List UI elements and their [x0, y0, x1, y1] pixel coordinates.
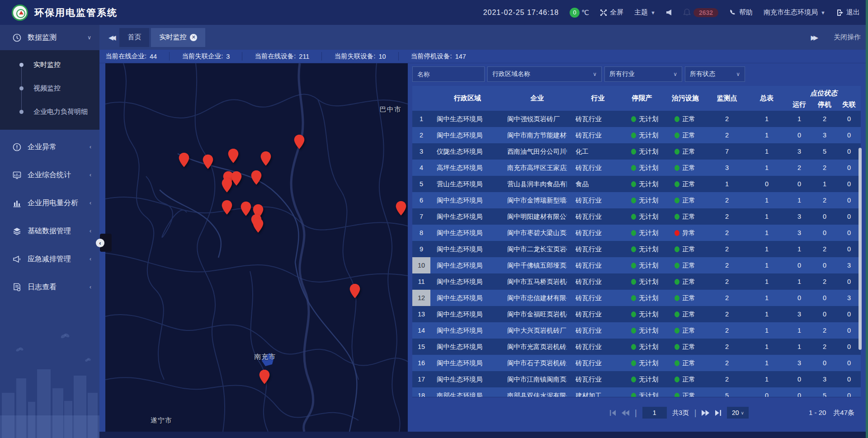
fullscreen-button[interactable]: 全屏 [600, 8, 623, 17]
app-title: 环保用电监管系统 [34, 6, 118, 19]
logout-button[interactable]: 退出 [836, 8, 860, 17]
sidebar-item-video-monitor[interactable]: 视频监控 [0, 76, 99, 100]
range-label: 1 - 20 [809, 409, 826, 417]
table-row[interactable]: 17阆中生态环境局阆中市江南镇阆南页岩砖瓦行业无计划正常21030 [412, 371, 861, 387]
table-row[interactable]: 7阆中生态环境局阆中明阳建材有限公司砖瓦行业无计划正常21300 [412, 208, 861, 225]
map[interactable]: 巴中市南充市遂宁市 [105, 63, 408, 432]
cell-treatment-status: 正常 [664, 371, 707, 387]
page-prev-button[interactable] [622, 410, 629, 416]
table-row[interactable]: 10阆中生态环境局阆中千佛镇五郎垭页岩砖瓦行业无计划正常21003 [412, 257, 861, 273]
sidebar-group-enterprise-stats[interactable]: 企业综合统计 ‹ [0, 162, 99, 188]
tab-home[interactable]: 首页 [119, 28, 149, 47]
cell-total-meter: 0 [747, 176, 787, 192]
cell-region: 阆中生态环境局 [430, 192, 498, 208]
cell-monitor-points: 2 [707, 241, 747, 257]
map-pin[interactable] [259, 370, 270, 384]
help-label: 帮助 [739, 8, 753, 17]
notifications[interactable]: 2632 [683, 8, 718, 17]
cell-lost: 0 [837, 127, 861, 143]
cell-stop-limit-status: 无计划 [620, 387, 664, 397]
cell-region: 阆中生态环境局 [430, 127, 498, 143]
page-size-select[interactable]: 20 ∨ [727, 407, 749, 419]
sidebar-group-power-analysis[interactable]: 企业用电量分析 ‹ [0, 190, 99, 216]
sidebar-item-realtime-monitor[interactable]: 实时监控 [0, 53, 99, 76]
cell-industry: 化工 [567, 143, 620, 160]
table-row[interactable]: 13阆中生态环境局阆中市金福旺页岩机砖砖瓦行业无计划正常21300 [412, 306, 861, 322]
map-pin[interactable] [222, 200, 232, 215]
table-row[interactable]: 11阆中生态环境局阆中市五马桥页岩机砖砖瓦行业无计划正常21120 [412, 273, 861, 290]
map-pin[interactable] [396, 201, 406, 216]
table-row[interactable]: 9阆中生态环境局阆中市二龙长宝页岩砖砖瓦行业无计划正常21120 [412, 241, 861, 257]
map-pin[interactable] [228, 149, 239, 163]
cell-running: 1 [787, 241, 812, 257]
close-operations-button[interactable]: 关闭操作 [834, 33, 861, 42]
skyline-decoration [0, 325, 99, 438]
table-row[interactable]: 5营山生态环境局营山县润丰肉食品有限食品无计划正常10010 [412, 176, 861, 192]
page-first-button[interactable] [609, 410, 616, 416]
cell-lost: 0 [837, 322, 861, 339]
map-pin[interactable] [251, 170, 262, 185]
cell-monitor-points: 2 [707, 208, 747, 225]
status-dot [631, 149, 636, 155]
cell-total-meter: 1 [747, 192, 787, 208]
cell-total-meter: 1 [747, 225, 787, 241]
table-row[interactable]: 6阆中生态环境局阆中市金博瑞新型墙材砖瓦行业无计划正常21120 [412, 192, 861, 208]
gauge-icon [13, 33, 21, 42]
map-pin[interactable] [222, 178, 232, 193]
sidebar-collapse-toggle[interactable]: ‹ [100, 234, 112, 252]
col-header-region: 行政区域 [430, 86, 498, 111]
sidebar-group-data-monitor[interactable]: 数据监测 ∨ [0, 25, 99, 50]
page-last-icon [715, 410, 722, 416]
cell-industry: 砖瓦行业 [567, 127, 620, 143]
cell-stopped: 2 [812, 111, 837, 127]
table-row[interactable]: 12阆中生态环境局阆中市忠信建材有限公砖瓦行业无计划正常21003 [412, 290, 861, 306]
cell-treatment-status: 正常 [664, 127, 707, 143]
table-row[interactable]: 16阆中生态环境局阆中市石子页岩机砖厂砖瓦行业无计划正常21300 [412, 355, 861, 371]
table-row[interactable]: 4高坪生态环境局南充市高坪区王家店建砖瓦行业无计划正常31220 [412, 160, 861, 176]
table-row[interactable]: 2阆中生态环境局阆中市南方节能建材有砖瓦行业无计划正常21030 [412, 127, 861, 143]
table-row[interactable]: 14阆中生态环境局阆中大兴页岩机砖厂砖瓦行业无计划正常21120 [412, 322, 861, 339]
sidebar-group-basic-data[interactable]: 基础数据管理 ‹ [0, 218, 99, 244]
org-dropdown[interactable]: 南充市生态环境局 ▼ [764, 8, 826, 17]
map-pin[interactable] [294, 135, 305, 149]
tabs-scroll-right-icon[interactable]: ▶▶ [811, 34, 816, 41]
table-row[interactable]: 15阆中生态环境局阆中市光富页岩机砖厂砖瓦行业无计划正常21120 [412, 339, 861, 355]
map-pin[interactable] [253, 218, 264, 233]
status-filter-select[interactable]: 所有状态 ∨ [685, 66, 745, 82]
map-pin[interactable] [179, 153, 189, 167]
cell-monitor-points: 2 [707, 111, 747, 127]
table-scrollbar[interactable] [859, 148, 862, 350]
tab-close-icon[interactable]: ✕ [190, 34, 197, 41]
map-pin[interactable] [203, 155, 213, 169]
name-filter-input[interactable] [417, 71, 480, 78]
region-filter-select[interactable]: 行政区域名称 ∨ [487, 66, 602, 82]
sidebar-item-power-load-detail[interactable]: 企业电力负荷明细 [0, 100, 99, 123]
sidebar-group-logs[interactable]: 日志查看 ‹ [0, 274, 99, 300]
sound-button[interactable] [666, 9, 672, 16]
page-size-value: 20 [732, 409, 739, 416]
theme-dropdown[interactable]: 主题 ▼ [634, 8, 656, 17]
row-index: 9 [412, 241, 430, 257]
table-row[interactable]: 8阆中生态环境局阆中市枣碧大梁山页岩砖瓦行业无计划异常21300 [412, 225, 861, 241]
table-row[interactable]: 18南部生态环境局南部县双佳水泥有限公建材加工无计划正常50050 [412, 387, 861, 397]
status-text: 正常 [682, 196, 695, 205]
tabs-scroll-left-icon[interactable]: ◀◀ [108, 34, 113, 41]
page-next-button[interactable] [702, 410, 709, 416]
industry-filter-select[interactable]: 所有行业 ∨ [604, 66, 682, 82]
cell-industry: 砖瓦行业 [567, 208, 620, 225]
page-number-input[interactable] [642, 407, 667, 419]
table-row[interactable]: 1阆中生态环境局阆中强锐页岩砖厂砖瓦行业无计划正常21120 [412, 111, 861, 127]
map-pin[interactable] [349, 284, 360, 298]
row-index: 4 [412, 160, 430, 176]
map-pin[interactable] [241, 202, 251, 216]
tab-realtime-monitor[interactable]: 实时监控 ✕ [151, 28, 205, 47]
help-button[interactable]: 帮助 [729, 8, 753, 17]
sidebar-group-emergency[interactable]: 应急减排管理 ‹ [0, 246, 99, 272]
page-scrollbar[interactable] [866, 0, 868, 438]
page-last-button[interactable] [715, 410, 722, 416]
sidebar-group-enterprise-abnormal[interactable]: 企业异常 ‹ [0, 134, 99, 160]
table-row[interactable]: 3仪陇生态环境局西南油气田分公司川中化工无计划正常71350 [412, 143, 861, 160]
cell-running: 0 [787, 290, 812, 306]
map-pin[interactable] [231, 171, 242, 186]
map-pin[interactable] [260, 151, 271, 166]
